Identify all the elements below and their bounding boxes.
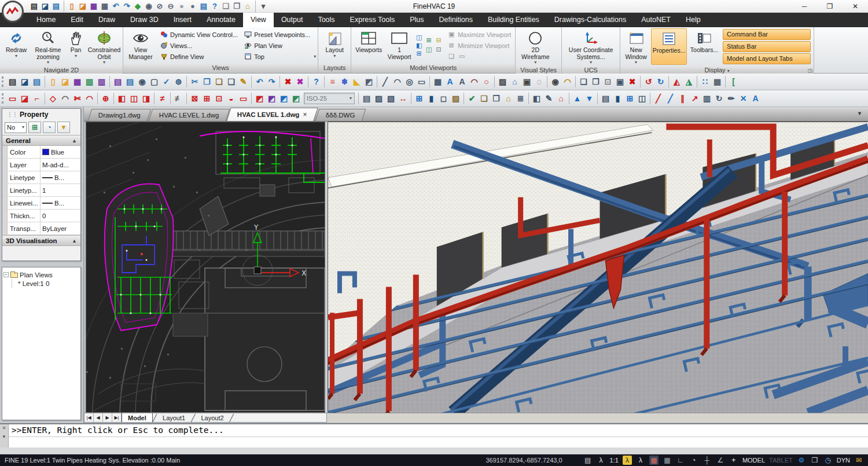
status-label-model[interactable]: MODEL [742,457,765,464]
minimize-button[interactable]: ─ [792,0,817,12]
layers-icon[interactable]: ≣ [514,93,527,105]
qsave-icon[interactable]: ▦ [89,1,99,12]
top-view-item[interactable]: Top [242,52,312,61]
command-input[interactable] [9,437,868,448]
bld-open-icon[interactable]: ◪ [40,1,50,12]
panel-edit2-icon[interactable]: ▧ [385,93,397,105]
drawing-tab[interactable]: HVAC LEVEL 1.dwg [148,109,229,121]
undo-icon[interactable]: ↶ [111,1,121,12]
grid-snap-icon[interactable]: ▦ [711,76,723,88]
menu-tab-annotate[interactable]: Annotate [199,13,243,27]
radiator-left-icon[interactable]: ◧ [116,93,128,105]
annotation-auto-icon[interactable]: λ [636,456,645,465]
render-shaded-icon[interactable]: ● [176,1,187,12]
line-icon[interactable]: ╱ [379,76,391,88]
copy-icon[interactable]: ❐ [201,76,213,88]
menu-tab-view[interactable]: View [243,13,274,27]
property-value[interactable]: M-ad-d... [40,159,80,171]
annotation-scale-person-icon[interactable]: λ [597,456,606,465]
menu-tab-help[interactable]: Help [678,13,708,27]
folder2-icon[interactable]: ❏ [478,93,490,105]
open-drawing-icon[interactable]: ◪ [59,76,71,88]
page-setup-icon[interactable]: ▢ [148,76,160,88]
pipe-cut-icon[interactable]: ✄ [71,93,83,105]
layer-filter-icon[interactable]: ◩ [363,76,375,88]
group-icon[interactable]: ❏ [578,76,590,88]
slope-icon[interactable]: ≠ [156,93,168,105]
convert-red-icon[interactable]: ◩ [253,93,266,105]
preset-viewpoints-item[interactable]: Preset Viewpoints... [242,30,312,39]
freeze-icon[interactable]: ❄ [339,76,351,88]
viewport-object-icon[interactable]: ▭ [458,53,466,60]
polar-icon[interactable]: ◔ [689,456,698,465]
bld-open-icon[interactable]: ◪ [19,76,31,88]
split-vertical-icon[interactable]: ◫ [415,34,423,41]
match-properties-icon[interactable]: ✎ [237,76,249,88]
arc-icon[interactable]: ◠ [468,76,480,88]
model-layout-tabs-toggle[interactable]: Model and Layout Tabs [723,53,811,64]
save-icon[interactable]: ▦ [71,76,83,88]
paste-icon[interactable]: ❏ [213,76,225,88]
copy2-icon[interactable]: ❐ [490,93,502,105]
status-label-dyn[interactable]: DYN [837,457,850,464]
ellipse-icon[interactable]: ○ [480,76,492,88]
render-realistic-icon[interactable]: ● [187,1,198,12]
property-value[interactable]: B... [40,197,80,209]
status-bar-toggle[interactable]: Status Bar [723,41,811,52]
layout-tab-layout2[interactable]: Layout2 [195,413,229,422]
new-window-button[interactable]: New Window▾ [622,28,650,65]
a-box-icon[interactable]: A [749,93,762,105]
minimize-viewport-item[interactable]: ⊠ Minimize Viewport [446,41,513,50]
render-3d-icon[interactable]: ⌂ [242,1,253,12]
zoom-icon[interactable]: ◉ [144,1,154,12]
bld-new-icon[interactable]: ▤ [29,1,39,12]
tab-list-dropdown-icon[interactable]: ▼ [857,111,862,116]
twin-pipe-icon[interactable]: ▭ [6,93,19,105]
menu-tab-building-entities[interactable]: Building Entities [480,13,547,27]
export-bcis-icon[interactable]: ▥ [95,76,108,88]
toolbar-grip[interactable] [2,76,4,87]
ungroup-icon[interactable]: ❐ [590,76,602,88]
donut-icon[interactable]: ◉ [549,76,561,88]
drawing-tab[interactable]: HVAC LEVEL 1.dwg× [227,108,318,121]
property-value[interactable]: 0 [40,210,80,222]
select-net-icon[interactable]: ⊠ [189,93,201,105]
help-icon[interactable]: ? [310,76,322,88]
redraw-button[interactable]: Redraw▾ [2,28,31,65]
check-icon[interactable]: ✔ [466,93,478,105]
region-icon[interactable]: ▨ [496,76,509,88]
command-history[interactable]: >>ENTER, Right click or Esc to complete.… [9,424,868,447]
import-bcis-icon[interactable]: ▥ [83,76,95,88]
valve-icon[interactable]: ◇ [47,93,59,105]
menu-tab-express-tools[interactable]: Express Tools [343,13,403,27]
ucs-button[interactable]: User Coordinate Systems...▾ [564,28,618,65]
close-button[interactable]: ✕ [843,0,868,12]
selection-dropdown[interactable]: No▾ [5,122,27,133]
menu-tab-plus[interactable]: Plus [402,13,431,27]
door-icon[interactable]: ▮ [425,93,437,105]
close-tab-icon[interactable]: × [303,111,307,119]
viewport-config-icon[interactable]: ⊡ [435,46,443,53]
property-row[interactable]: Linewei...B... [2,197,80,210]
toolbar-grip[interactable] [2,93,4,104]
section-3d-visualisation[interactable]: 3D Visualisation▲ [2,235,80,246]
cascade-icon[interactable]: ❐ [810,456,819,465]
command-expand-icon[interactable]: ▼ [2,434,6,439]
text-icon[interactable]: A [456,76,468,88]
property-value[interactable]: Blue [40,146,80,158]
maximize-button[interactable]: ❐ [817,0,843,12]
tree-expander-icon[interactable]: − [3,272,9,277]
wall2-icon[interactable]: ▤ [599,93,612,105]
door2-icon[interactable]: ▮ [612,93,624,105]
views-more-caret-icon[interactable]: ▾ [314,54,316,59]
print-icon[interactable]: ▤ [198,1,209,12]
qopen-icon[interactable]: ◪ [78,1,88,12]
menu-tab-home[interactable]: Home [29,13,63,27]
maximize-viewport-item[interactable]: ▣ Maximize Viewport [446,30,513,39]
menu-tab-tools[interactable]: Tools [310,13,342,27]
pipe-hook-icon[interactable]: ◠ [59,93,71,105]
array-icon[interactable]: ∷ [699,76,711,88]
pipe-elbow-icon[interactable]: ◠ [83,93,95,105]
wipeout-icon[interactable]: ◌ [533,76,545,88]
pencil3-icon[interactable]: ✏ [725,93,737,105]
